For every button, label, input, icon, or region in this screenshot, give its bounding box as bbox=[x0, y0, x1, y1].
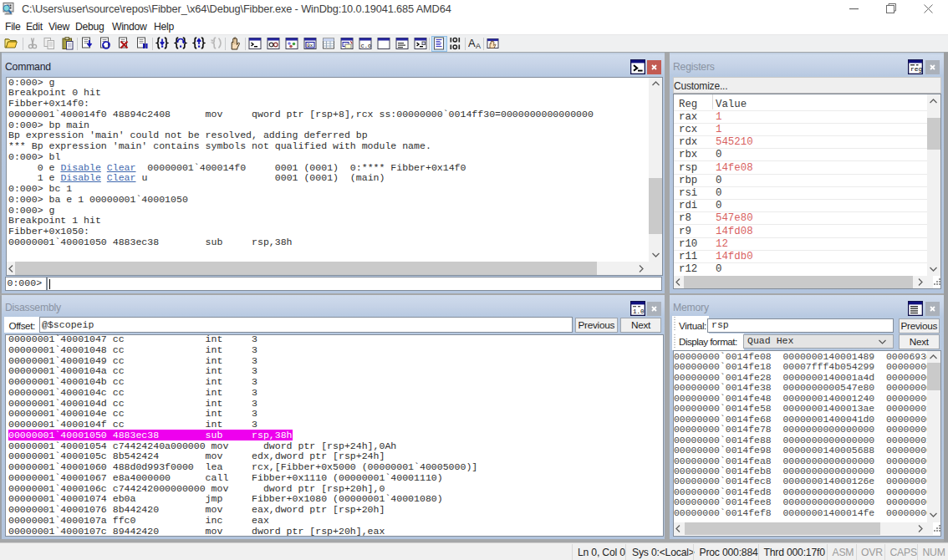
svg-text:c.o: c.o bbox=[361, 43, 372, 49]
svg-text:A: A bbox=[476, 42, 481, 50]
svg-text:0x: 0x bbox=[307, 43, 313, 48]
svg-text:reg: reg bbox=[910, 65, 923, 73]
svg-text:1.0: 1.0 bbox=[633, 308, 645, 315]
svg-text:A: A bbox=[468, 37, 476, 49]
